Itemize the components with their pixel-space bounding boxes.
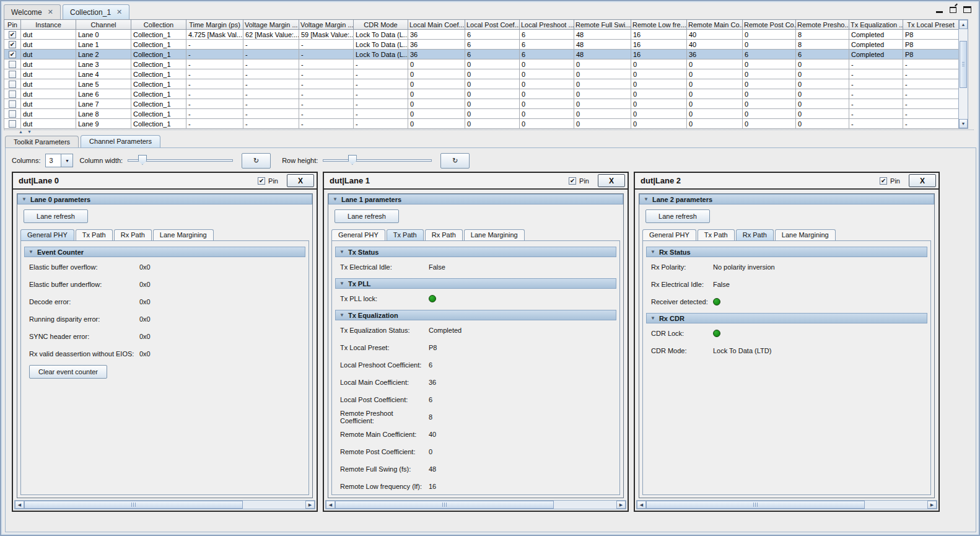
pin-checkbox[interactable] (9, 81, 16, 88)
panel-horizontal-scrollbar[interactable]: ◀ ▶ (636, 500, 937, 509)
chevron-down-icon[interactable]: ▼ (61, 154, 72, 167)
table-row[interactable]: dutLane 7Collection_1----00000000-- (4, 99, 959, 109)
column-header[interactable]: Voltage Margin ... (243, 20, 299, 30)
tab-lane-margining[interactable]: Lane Margining (464, 229, 525, 240)
restore-icon[interactable] (950, 7, 956, 13)
column-header[interactable]: Local Preshoot ... (520, 20, 574, 30)
table-row[interactable]: dutLane 2Collection_1---Lock To Data (L.… (4, 50, 959, 59)
lane-parameters-header[interactable]: ▼ Lane 1 parameters (328, 194, 623, 204)
scroll-right-icon[interactable]: ▶ (305, 501, 315, 509)
collapse-icon[interactable]: ▼ (28, 249, 33, 255)
collapse-icon[interactable]: ▼ (339, 281, 344, 286)
column-header[interactable]: Instance (21, 20, 76, 30)
table-row[interactable]: dutLane 6Collection_1----00000000-- (4, 89, 959, 99)
tab-tx-path[interactable]: Tx Path (76, 229, 113, 240)
slider-thumb[interactable] (138, 155, 147, 165)
collapse-icon[interactable]: ▼ (650, 315, 655, 321)
table-row[interactable]: dutLane 4Collection_1----00000000-- (4, 69, 959, 79)
table-row[interactable]: dutLane 3Collection_1----00000000-- (4, 59, 959, 69)
table-row[interactable]: dutLane 0Collection_14.725 [Mask Val...6… (4, 30, 959, 40)
horizontal-scroll-thumb[interactable] (24, 501, 243, 509)
lane-parameters-header[interactable]: ▼ Lane 0 parameters (17, 194, 312, 204)
column-header[interactable]: Remote Post Co... (743, 20, 796, 30)
close-panel-button[interactable]: X (909, 174, 936, 187)
pin-checkbox[interactable] (9, 120, 16, 128)
scroll-track[interactable] (865, 501, 927, 509)
section-header[interactable]: ▼Tx Equalization (335, 310, 616, 320)
refresh-columns-button[interactable]: ↻ (242, 153, 271, 169)
lane-refresh-button[interactable]: Lane refresh (24, 209, 88, 223)
table-row[interactable]: dutLane 1Collection_1---Lock To Data (L.… (4, 40, 959, 50)
editor-tab[interactable]: Collection_1✕ (63, 4, 129, 19)
scroll-right-icon[interactable]: ▶ (616, 501, 626, 509)
table-row[interactable]: dutLane 9Collection_1----00000000-- (4, 119, 959, 129)
scroll-track[interactable] (554, 501, 616, 509)
close-icon[interactable]: ✕ (116, 8, 122, 16)
collapse-icon[interactable]: ▼ (22, 196, 27, 202)
collapse-icon[interactable]: ▼ (333, 196, 338, 202)
pin-checkbox[interactable] (9, 110, 16, 118)
collapse-icon[interactable]: ▼ (339, 249, 344, 255)
editor-tab[interactable]: Welcome✕ (4, 4, 61, 19)
scroll-right-icon[interactable]: ▶ (927, 501, 937, 509)
tab-general-phy[interactable]: General PHY (642, 229, 696, 240)
pin-checkbox[interactable] (9, 61, 16, 68)
tab-lane-margining[interactable]: Lane Margining (153, 229, 214, 240)
panel-horizontal-scrollbar[interactable]: ◀ ▶ (14, 500, 315, 509)
tab-rx-path[interactable]: Rx Path (425, 229, 463, 240)
table-row[interactable]: dutLane 8Collection_1----00000000-- (4, 109, 959, 119)
close-icon[interactable]: ✕ (48, 8, 53, 16)
horizontal-scroll-thumb[interactable] (335, 501, 554, 509)
column-header[interactable]: Tx Equalization ... (849, 20, 903, 30)
column-width-slider[interactable] (128, 155, 233, 166)
tab-lane-margining[interactable]: Lane Margining (775, 229, 836, 240)
scroll-down-icon[interactable]: ▼ (959, 119, 968, 128)
pin-checkbox[interactable] (9, 41, 16, 48)
scroll-up-icon[interactable]: ▲ (959, 20, 968, 29)
section-header[interactable]: ▼Event Counter (24, 247, 305, 257)
refresh-rows-button[interactable]: ↻ (440, 153, 470, 169)
lane-refresh-button[interactable]: Lane refresh (335, 209, 399, 223)
slider-thumb[interactable] (348, 155, 357, 165)
section-header[interactable]: ▼Rx CDR (646, 313, 927, 323)
pin-checkbox[interactable] (9, 31, 16, 38)
column-header[interactable]: CDR Mode (354, 20, 408, 30)
tab-rx-path[interactable]: Rx Path (114, 229, 152, 240)
horizontal-scroll-thumb[interactable] (646, 501, 865, 509)
minimize-icon[interactable] (936, 11, 943, 13)
column-header[interactable]: Channel (76, 20, 131, 30)
column-header[interactable]: Local Main Coef... (408, 20, 465, 30)
collapse-icon[interactable]: ▼ (644, 196, 649, 202)
column-header[interactable]: Collection (131, 20, 186, 30)
tab-channel-parameters[interactable]: Channel Parameters (81, 135, 160, 147)
collapse-icon[interactable]: ▼ (650, 249, 655, 255)
sash-up-icon[interactable]: ▲ (19, 130, 23, 134)
column-header[interactable]: Remote Presho... (796, 20, 849, 30)
pin-checkbox[interactable] (9, 71, 16, 78)
column-header[interactable]: Tx Local Preset (903, 20, 959, 30)
pin-checkbox[interactable] (880, 177, 887, 185)
tab-general-phy[interactable]: General PHY (331, 229, 385, 240)
maximize-icon[interactable] (963, 6, 971, 13)
row-height-slider[interactable] (323, 155, 432, 166)
tab-tx-path[interactable]: Tx Path (698, 229, 735, 240)
column-header[interactable]: Remote Main Co... (687, 20, 743, 30)
column-header[interactable]: Remote Low fre... (631, 20, 687, 30)
pin-checkbox[interactable] (9, 100, 16, 108)
collapse-icon[interactable]: ▼ (339, 312, 344, 318)
close-panel-button[interactable]: X (287, 174, 314, 187)
pin-checkbox[interactable] (569, 177, 576, 185)
vertical-scroll-thumb[interactable] (960, 41, 967, 88)
scroll-left-icon[interactable]: ◀ (326, 501, 335, 509)
table-row[interactable]: dutLane 5Collection_1----00000000-- (4, 79, 959, 89)
section-header[interactable]: ▼Tx Status (335, 247, 616, 257)
column-header[interactable]: Time Margin (ps) (186, 20, 243, 30)
scroll-track[interactable] (243, 501, 305, 509)
table-vertical-scrollbar[interactable]: ▲ ▼ (958, 19, 968, 129)
scroll-left-icon[interactable]: ◀ (15, 501, 24, 509)
pin-checkbox[interactable] (9, 90, 16, 98)
sash-down-icon[interactable]: ▼ (27, 130, 32, 134)
lane-refresh-button[interactable]: Lane refresh (645, 209, 710, 223)
columns-select[interactable]: 3 ▼ (45, 154, 73, 167)
clear-event-counter-button[interactable]: Clear event counter (29, 365, 107, 379)
